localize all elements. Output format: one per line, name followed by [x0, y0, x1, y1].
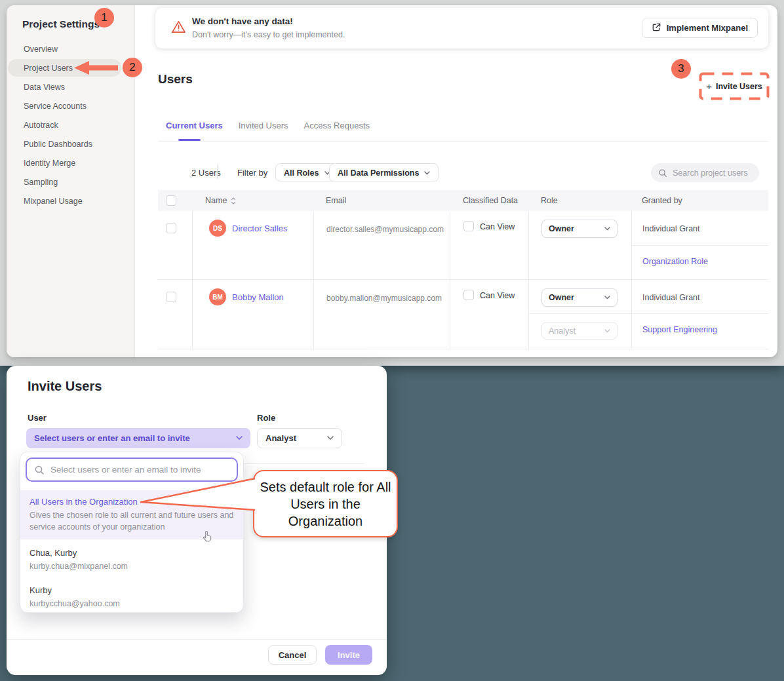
can-view-label: Can View	[480, 290, 515, 300]
table-row: BM Bobby Mallon bobby.mallon@mymusicapp.…	[158, 280, 768, 349]
step-marker-2: 2	[123, 58, 142, 77]
option-title: Chua, Kurby	[29, 548, 234, 558]
hand-cursor-icon	[201, 530, 214, 547]
search-icon	[34, 465, 45, 475]
sidebar-item-public-dashboards[interactable]: Public Dashboards	[7, 134, 134, 153]
role-value: Analyst	[549, 326, 576, 336]
role-value: Owner	[549, 293, 574, 302]
sidebar-item-service-accounts[interactable]: Service Accounts	[7, 96, 134, 115]
step-marker-1: 1	[94, 8, 114, 28]
search-project-users-input[interactable]	[673, 168, 751, 178]
option-email: kurby.chua@mixpanel.com	[29, 560, 234, 572]
all-roles-label: All Roles	[284, 168, 319, 178]
modal-title: Invite Users	[28, 379, 102, 394]
page-title: Users	[158, 72, 193, 87]
tab-current-users[interactable]: Current Users	[158, 115, 231, 136]
invite-users-annotation-box: + Invite Users	[699, 72, 770, 100]
user-select[interactable]: Select users or enter an email to invite	[26, 428, 250, 448]
invite-users-button[interactable]: + Invite Users	[703, 76, 766, 96]
granted-by-value: Individual Grant	[631, 211, 768, 246]
role-select-value: Analyst	[265, 433, 296, 443]
search-icon	[658, 168, 667, 178]
can-view-checkbox[interactable]	[463, 221, 474, 231]
option-user-kurby[interactable]: Kurby kurbycchua@yahoo.com	[20, 579, 243, 613]
sidebar-item-sampling[interactable]: Sampling	[7, 172, 134, 191]
can-view-checkbox[interactable]	[463, 290, 474, 300]
sidebar-title: Project Settings	[22, 18, 100, 30]
users-table-body: DS Director Salles director.salles@mymus…	[158, 211, 768, 349]
sidebar-item-mixpanel-usage[interactable]: Mixpanel Usage	[7, 191, 134, 210]
table-row: DS Director Salles director.salles@mymus…	[158, 211, 768, 280]
chevron-down-icon	[327, 436, 334, 440]
tab-invited-users[interactable]: Invited Users	[231, 115, 296, 136]
option-title: Kurby	[29, 585, 234, 595]
project-settings-card: Project Settings Overview Project Users …	[7, 5, 777, 357]
header-role: Role	[528, 196, 631, 205]
callout-tail-icon	[136, 473, 256, 514]
sidebar-item-identity-merge[interactable]: Identity Merge	[7, 153, 134, 172]
banner-title: We don't have any data!	[192, 16, 293, 26]
role-select-disabled: Analyst	[541, 322, 617, 340]
user-name-link[interactable]: Director Salles	[232, 220, 288, 233]
invite-users-label: Invite Users	[716, 82, 762, 91]
header-name[interactable]: Name	[205, 196, 227, 205]
modal-footer-divider	[7, 639, 387, 640]
step-marker-3: 3	[671, 59, 691, 79]
sidebar-item-autotrack[interactable]: Autotrack	[7, 115, 134, 134]
toolbar-divider	[217, 165, 218, 179]
warning-triangle-icon	[171, 20, 186, 37]
row-checkbox[interactable]	[166, 223, 176, 233]
tab-divider	[158, 141, 768, 142]
user-select-value: Select users or enter an email to invite	[34, 433, 190, 443]
users-table-header: Name Email Classified Data Role Granted …	[158, 190, 768, 211]
user-field-label: User	[28, 413, 47, 423]
sidebar-item-data-views[interactable]: Data Views	[7, 77, 134, 96]
granted-by-link[interactable]: Support Engineering	[631, 314, 768, 349]
tab-access-requests[interactable]: Access Requests	[296, 115, 378, 136]
role-select[interactable]: Analyst	[257, 428, 342, 448]
role-select[interactable]: Owner	[541, 288, 617, 307]
cancel-button[interactable]: Cancel	[268, 645, 317, 665]
settings-sidebar: Project Settings Overview Project Users …	[7, 5, 135, 357]
all-data-permissions-filter[interactable]: All Data Permissions	[329, 163, 439, 182]
option-email: kurbycchua@yahoo.com	[29, 598, 234, 610]
implement-mixpanel-button[interactable]: Implement Mixpanel	[642, 18, 758, 38]
chevron-down-icon	[604, 329, 610, 333]
plus-icon: +	[706, 81, 712, 92]
avatar: BM	[209, 288, 226, 305]
chevron-down-icon	[604, 296, 610, 300]
user-name-link[interactable]: Bobby Mallon	[232, 288, 284, 302]
implement-mixpanel-label: Implement Mixpanel	[667, 23, 748, 33]
sidebar-item-overview[interactable]: Overview	[7, 39, 134, 58]
settings-page-area: Project Settings Overview Project Users …	[0, 0, 784, 366]
callout-bubble: Sets default role for All Users in the O…	[253, 470, 398, 537]
annotation-arrow-left-icon	[73, 60, 118, 75]
search-project-users	[651, 163, 759, 182]
external-link-icon	[652, 22, 661, 34]
invite-submit-button[interactable]: Invite	[325, 645, 372, 665]
filter-by-label: Filter by	[237, 168, 267, 178]
chevron-down-icon	[604, 227, 610, 231]
can-view-label: Can View	[480, 221, 515, 231]
header-email: Email	[313, 196, 450, 205]
role-field-label: Role	[257, 413, 275, 423]
no-data-banner: We don't have any data! Don't worry—it's…	[155, 8, 768, 49]
users-tab-bar: Current Users Invited Users Access Reque…	[158, 115, 378, 136]
header-classified-data: Classified Data	[450, 196, 528, 205]
role-select[interactable]: Owner	[541, 220, 617, 238]
granted-by-link[interactable]: Organization Role	[631, 246, 768, 279]
row-checkbox[interactable]	[166, 292, 176, 302]
all-data-permissions-label: All Data Permissions	[338, 168, 419, 178]
sort-icon[interactable]	[231, 197, 236, 204]
granted-by-value: Individual Grant	[631, 280, 768, 314]
banner-subtitle: Don't worry—it's easy to get implemented…	[192, 30, 345, 39]
select-all-checkbox[interactable]	[166, 195, 176, 206]
chevron-down-icon	[236, 436, 243, 440]
header-granted-by: Granted by	[631, 196, 768, 205]
user-email: director.salles@mymusicapp.com	[313, 211, 450, 279]
chevron-down-icon	[424, 171, 430, 175]
user-email: bobby.mallon@mymusicapp.com	[313, 280, 450, 349]
avatar: DS	[209, 220, 226, 237]
role-value: Owner	[549, 224, 574, 233]
